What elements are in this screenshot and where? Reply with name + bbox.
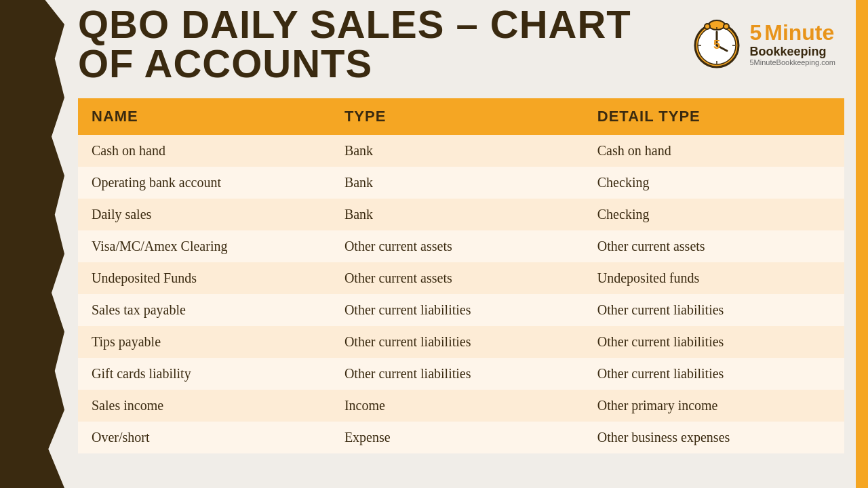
table-cell-6-2: Other current liabilities: [584, 326, 844, 358]
table-cell-9-2: Other business expenses: [584, 422, 844, 453]
svg-rect-5: [713, 24, 721, 27]
table-row: Undeposited FundsOther current assetsUnd…: [78, 262, 844, 294]
left-accent-decoration: [0, 0, 64, 488]
table-cell-7-2: Other current liabilities: [584, 358, 844, 390]
table-row: Over/shortExpenseOther business expenses: [78, 422, 844, 453]
table-cell-5-1: Other current liabilities: [331, 294, 584, 326]
table-cell-1-2: Checking: [584, 167, 844, 199]
table-cell-0-2: Cash on hand: [584, 135, 844, 167]
table-cell-5-2: Other current liabilities: [584, 294, 844, 326]
table-row: Daily salesBankChecking: [78, 199, 844, 230]
table-container: NAME TYPE DETAIL TYPE Cash on handBankCa…: [78, 98, 844, 478]
svg-text:5: 5: [713, 38, 720, 52]
header: QBO DAILY SALES – CHART OF ACCOUNTS 5: [64, 0, 856, 88]
table-cell-9-0: Over/short: [78, 422, 331, 453]
table-cell-4-0: Undeposited Funds: [78, 262, 331, 294]
table-row: Cash on handBankCash on hand: [78, 135, 844, 167]
table-header-row: NAME TYPE DETAIL TYPE: [78, 98, 844, 135]
logo-url: 5MinuteBookkeeping.com: [749, 58, 835, 66]
clock-icon: 5: [690, 17, 744, 71]
svg-point-7: [724, 24, 729, 29]
table-cell-7-1: Other current liabilities: [331, 358, 584, 390]
logo-five: 5: [749, 21, 762, 45]
logo-text: 5 Minute Bookkeeping 5MinuteBookkeeping.…: [749, 21, 835, 66]
col-header-type: TYPE: [331, 98, 584, 135]
table-row: Sales tax payableOther current liabiliti…: [78, 294, 844, 326]
table-cell-4-1: Other current assets: [331, 262, 584, 294]
table-cell-8-2: Other primary income: [584, 390, 844, 422]
table-row: Operating bank accountBankChecking: [78, 167, 844, 199]
table-cell-0-0: Cash on hand: [78, 135, 331, 167]
col-header-detail-type: DETAIL TYPE: [584, 98, 844, 135]
svg-point-6: [705, 24, 710, 29]
col-header-name: NAME: [78, 98, 331, 135]
table-cell-8-1: Income: [331, 390, 584, 422]
table-cell-8-0: Sales income: [78, 390, 331, 422]
table-row: Sales incomeIncomeOther primary income: [78, 390, 844, 422]
table-cell-2-2: Checking: [584, 199, 844, 230]
logo-bookkeeping: Bookkeeping: [749, 45, 835, 59]
logo-minute: Minute: [764, 21, 834, 45]
table-cell-3-2: Other current assets: [584, 230, 844, 262]
table-cell-3-0: Visa/MC/Amex Clearing: [78, 230, 331, 262]
logo-area: 5 5 Minute Bookkeeping 5MinuteBookkeepin…: [690, 17, 835, 71]
table-cell-6-1: Other current liabilities: [331, 326, 584, 358]
page-title: QBO DAILY SALES – CHART OF ACCOUNTS: [78, 5, 676, 83]
table-cell-6-0: Tips payable: [78, 326, 331, 358]
chart-of-accounts-table: NAME TYPE DETAIL TYPE Cash on handBankCa…: [78, 98, 844, 453]
table-cell-3-1: Other current assets: [331, 230, 584, 262]
table-cell-5-0: Sales tax payable: [78, 294, 331, 326]
table-cell-2-1: Bank: [331, 199, 584, 230]
table-cell-1-1: Bank: [331, 167, 584, 199]
table-cell-9-1: Expense: [331, 422, 584, 453]
table-row: Visa/MC/Amex ClearingOther current asset…: [78, 230, 844, 262]
table-cell-1-0: Operating bank account: [78, 167, 331, 199]
table-row: Tips payableOther current liabilitiesOth…: [78, 326, 844, 358]
table-cell-4-2: Undeposited funds: [584, 262, 844, 294]
table-cell-0-1: Bank: [331, 135, 584, 167]
right-accent-decoration: [856, 0, 868, 488]
table-row: Gift cards liabilityOther current liabil…: [78, 358, 844, 390]
table-cell-7-0: Gift cards liability: [78, 358, 331, 390]
table-cell-2-0: Daily sales: [78, 199, 331, 230]
